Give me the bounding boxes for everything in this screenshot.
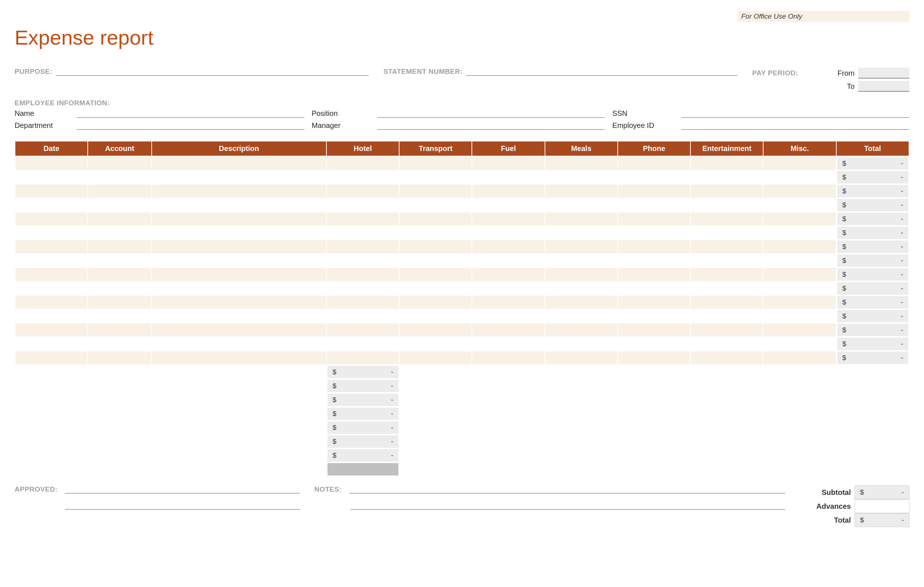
expense-cell[interactable] — [763, 323, 836, 337]
expense-cell[interactable] — [690, 323, 763, 337]
expense-cell[interactable] — [763, 198, 836, 212]
expense-cell[interactable] — [15, 198, 88, 212]
expense-cell[interactable] — [618, 282, 690, 295]
expense-cell[interactable] — [763, 254, 836, 267]
employee-id-input[interactable] — [681, 122, 909, 130]
expense-cell[interactable] — [152, 309, 327, 323]
position-input[interactable] — [378, 110, 605, 118]
expense-cell[interactable] — [399, 351, 472, 365]
expense-cell[interactable] — [472, 309, 544, 323]
expense-cell[interactable] — [690, 170, 763, 184]
expense-cell[interactable] — [152, 267, 327, 282]
expense-cell[interactable] — [472, 323, 544, 337]
expense-cell[interactable] — [399, 226, 472, 240]
expense-cell[interactable] — [763, 282, 836, 295]
expense-cell[interactable] — [152, 282, 327, 295]
expense-cell[interactable] — [618, 351, 690, 365]
expense-cell[interactable] — [545, 184, 618, 198]
expense-cell[interactable] — [152, 226, 327, 240]
expense-cell[interactable] — [399, 309, 472, 323]
expense-cell[interactable] — [15, 170, 88, 184]
expense-cell[interactable] — [152, 198, 327, 212]
expense-cell[interactable] — [327, 170, 399, 184]
notes-input-1[interactable] — [349, 486, 785, 493]
expense-cell[interactable] — [545, 156, 618, 170]
expense-cell[interactable] — [690, 226, 763, 240]
expense-cell[interactable] — [618, 240, 690, 254]
manager-input[interactable] — [378, 122, 605, 130]
expense-cell[interactable] — [399, 267, 472, 282]
department-input[interactable] — [77, 122, 304, 130]
expense-cell[interactable] — [399, 198, 472, 212]
expense-cell[interactable] — [88, 267, 151, 282]
expense-cell[interactable] — [399, 170, 472, 184]
expense-cell[interactable] — [618, 198, 690, 212]
expense-cell[interactable] — [399, 240, 472, 254]
expense-cell[interactable] — [152, 170, 327, 184]
expense-cell[interactable] — [15, 254, 88, 267]
expense-cell[interactable] — [472, 170, 544, 184]
expense-cell[interactable] — [690, 212, 763, 226]
expense-cell[interactable] — [763, 240, 836, 254]
expense-cell[interactable] — [618, 226, 690, 240]
expense-cell[interactable] — [327, 184, 399, 198]
expense-cell[interactable] — [15, 267, 88, 282]
expense-cell[interactable] — [545, 212, 618, 226]
expense-cell[interactable] — [15, 337, 88, 351]
expense-cell[interactable] — [15, 226, 88, 240]
expense-cell[interactable] — [88, 254, 151, 267]
expense-cell[interactable] — [763, 267, 836, 282]
expense-cell[interactable] — [690, 184, 763, 198]
statement-number-input[interactable] — [466, 68, 738, 76]
expense-cell[interactable] — [15, 184, 88, 198]
expense-cell[interactable] — [618, 254, 690, 267]
expense-cell[interactable] — [327, 212, 399, 226]
expense-cell[interactable] — [327, 337, 399, 351]
expense-cell[interactable] — [327, 240, 399, 254]
expense-cell[interactable] — [763, 184, 836, 198]
expense-cell[interactable] — [690, 240, 763, 254]
approved-input-2[interactable] — [65, 502, 300, 510]
expense-cell[interactable] — [399, 282, 472, 295]
expense-cell[interactable] — [327, 295, 399, 309]
expense-cell[interactable] — [472, 212, 544, 226]
expense-cell[interactable] — [327, 254, 399, 267]
expense-cell[interactable] — [618, 212, 690, 226]
expense-cell[interactable] — [88, 282, 151, 295]
expense-cell[interactable] — [327, 226, 399, 240]
expense-cell[interactable] — [545, 170, 618, 184]
expense-cell[interactable] — [690, 267, 763, 282]
expense-cell[interactable] — [545, 267, 618, 282]
expense-cell[interactable] — [88, 226, 151, 240]
expense-cell[interactable] — [472, 240, 544, 254]
expense-cell[interactable] — [152, 156, 327, 170]
expense-cell[interactable] — [88, 351, 151, 365]
pay-from-input[interactable] — [858, 68, 909, 79]
expense-cell[interactable] — [399, 323, 472, 337]
expense-cell[interactable] — [690, 156, 763, 170]
expense-cell[interactable] — [472, 337, 544, 351]
expense-cell[interactable] — [88, 240, 151, 254]
expense-cell[interactable] — [618, 295, 690, 309]
expense-cell[interactable] — [472, 226, 544, 240]
expense-cell[interactable] — [399, 212, 472, 226]
expense-cell[interactable] — [545, 323, 618, 337]
expense-cell[interactable] — [327, 267, 399, 282]
purpose-input[interactable] — [56, 68, 369, 76]
expense-cell[interactable] — [618, 337, 690, 351]
expense-cell[interactable] — [327, 156, 399, 170]
expense-cell[interactable] — [152, 323, 327, 337]
expense-cell[interactable] — [399, 337, 472, 351]
expense-cell[interactable] — [88, 170, 151, 184]
expense-cell[interactable] — [88, 184, 151, 198]
expense-cell[interactable] — [15, 309, 88, 323]
expense-cell[interactable] — [88, 295, 151, 309]
expense-cell[interactable] — [690, 337, 763, 351]
expense-cell[interactable] — [152, 351, 327, 365]
expense-cell[interactable] — [152, 254, 327, 267]
expense-cell[interactable] — [545, 282, 618, 295]
expense-cell[interactable] — [472, 282, 544, 295]
expense-cell[interactable] — [327, 323, 399, 337]
expense-cell[interactable] — [152, 240, 327, 254]
expense-cell[interactable] — [690, 295, 763, 309]
